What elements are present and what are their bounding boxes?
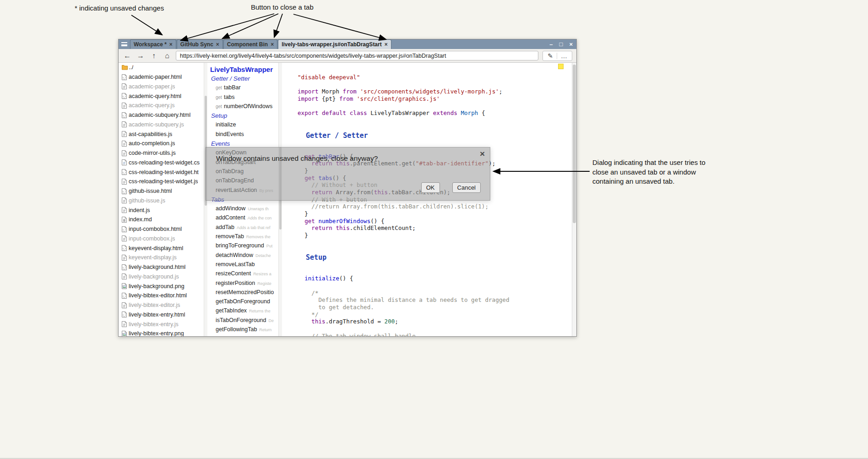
file-name: index.md (129, 216, 152, 223)
file-row[interactable]: input-combobox.js (119, 234, 204, 244)
file-row[interactable]: keyevent-display.js (119, 253, 204, 262)
titlebar-tab[interactable]: GitHub Sync× (177, 39, 223, 49)
file-row[interactable]: css-reloading-test-widget.ht (119, 167, 204, 177)
tab-close-icon[interactable]: × (216, 41, 219, 48)
navbar-tools: ✎ … (542, 51, 572, 61)
outline-item[interactable]: resetMemoziredPositio (207, 289, 278, 298)
home-button[interactable]: ⌂ (163, 52, 172, 60)
outline-item[interactable]: bindEvents (207, 131, 278, 140)
outline-item[interactable]: initialize (207, 121, 278, 131)
file-row[interactable]: academic-paper.js (119, 82, 204, 92)
outline-item[interactable]: getTabOnForeground (207, 298, 278, 307)
outline-item[interactable]: gettabs (207, 94, 278, 103)
file-row[interactable]: ast-capabilities.js (119, 129, 204, 139)
file-row[interactable]: lively-background.js (119, 272, 204, 282)
scrollbar-thumb[interactable] (573, 65, 576, 223)
cancel-button[interactable]: Cancel (452, 182, 481, 193)
tab-label: Component Bin (227, 41, 268, 48)
hamburger-menu-icon[interactable] (121, 42, 127, 46)
forward-button[interactable]: → (136, 52, 145, 60)
code-line (298, 239, 572, 246)
file-name: academic-subquery.html (129, 112, 190, 118)
file-row[interactable]: github-issue.js (119, 196, 204, 206)
tab-close-icon[interactable]: × (385, 41, 388, 48)
file-row[interactable]: lively-bibtex-entry.js (119, 319, 204, 329)
edit-pencil-icon[interactable]: ✎ (545, 52, 556, 60)
back-button[interactable]: ← (123, 52, 132, 60)
file-row[interactable]: academic-query.js (119, 101, 204, 110)
file-row[interactable]: lively-bibtex-entry.png (119, 329, 204, 336)
file-row[interactable]: lively-bibtex-entry.html (119, 310, 204, 320)
close-button[interactable]: × (569, 39, 573, 49)
dialog-close-icon[interactable]: × (480, 149, 485, 159)
file-row[interactable]: academic-subquery.html (119, 110, 204, 120)
code-line (298, 124, 572, 131)
file-row[interactable]: github-issue.html (119, 186, 204, 196)
up-button[interactable]: ↑ (149, 52, 158, 60)
file-row[interactable]: lively-bibtex-editor.js (119, 301, 204, 310)
outline-item-note: Unwraps th (248, 207, 269, 211)
file-name: lively-bibtex-entry.html (129, 311, 185, 318)
code-panel-scrollbar[interactable] (572, 63, 576, 336)
outline-item[interactable]: resizeContentResizes a (207, 270, 278, 279)
outline-heading[interactable]: Getter / Setter (207, 75, 278, 84)
file-name: input-combobox.js (129, 235, 175, 242)
titlebar[interactable]: Workspace *×GitHub Sync×Component Bin×li… (119, 39, 576, 49)
file-row[interactable]: lively-background.html (119, 262, 204, 272)
outline-heading[interactable]: Setup (207, 112, 278, 121)
outline-item[interactable]: getFollowingTabReturn (207, 326, 278, 335)
png-file-icon (122, 331, 129, 336)
file-name: lively-bibtex-editor.js (129, 302, 180, 308)
maximize-button[interactable]: □ (559, 39, 563, 49)
titlebar-tab[interactable]: Component Bin× (223, 39, 277, 49)
outline-item[interactable]: highlightUnsavedChan (207, 335, 278, 336)
code-line: } (298, 210, 572, 218)
file-row[interactable]: academic-query.html (119, 91, 204, 101)
file-row[interactable]: keyevent-display.html (119, 243, 204, 253)
file-row[interactable]: index.md (119, 215, 204, 224)
outline-item[interactable]: getTabIndexReturns the (207, 307, 278, 317)
file-row[interactable]: css-reloading-test-widget.js (119, 177, 204, 186)
outline-item[interactable]: registerPositionRegiste (207, 280, 278, 289)
outline-item-label: registerPosition (216, 280, 255, 286)
outline-item-label: addWindow (216, 205, 245, 212)
outline-item[interactable]: bringToForegroundPut (207, 242, 278, 251)
outline-item-label: addTab (216, 224, 234, 230)
file-row[interactable]: ../ (119, 63, 204, 72)
outline-item[interactable]: isTabOnForegroundDe (207, 317, 278, 326)
more-options-icon[interactable]: … (558, 52, 570, 60)
code-line: /* (298, 290, 572, 297)
outline-item[interactable]: addTabAdds a tab that ref (207, 224, 278, 233)
file-row[interactable]: indent.js (119, 205, 204, 215)
file-row[interactable]: css-reloading-test-widget.cs (119, 158, 204, 168)
file-row[interactable]: auto-completion.js (119, 139, 204, 148)
outline-item[interactable]: removeLastTab (207, 261, 278, 270)
tab-close-icon[interactable]: × (271, 41, 274, 48)
outline-item[interactable]: getnumberOfWindows (207, 103, 278, 112)
js-file-icon (122, 255, 129, 261)
outline-item-note: Returns the (249, 309, 271, 313)
file-name: input-combobox.html (129, 226, 182, 232)
file-row[interactable]: academic-subquery.js (119, 120, 204, 130)
outline-item-label: addContent (216, 214, 245, 221)
file-row[interactable]: academic-paper.html (119, 72, 204, 82)
outline-item[interactable]: gettabBar (207, 84, 278, 93)
titlebar-tab[interactable]: lively-tabs-wrapper.js#onTabDragStart× (278, 39, 391, 49)
file-row[interactable]: lively-background.png (119, 281, 204, 291)
titlebar-tab[interactable]: Workspace *× (130, 39, 176, 49)
file-name: keyevent-display.js (129, 254, 177, 261)
tab-close-icon[interactable]: × (169, 41, 173, 48)
file-name: github-issue.html (129, 188, 172, 194)
outline-item[interactable]: addContentAdds the con (207, 214, 278, 224)
ok-button[interactable]: OK (421, 182, 440, 193)
file-row[interactable]: input-combobox.html (119, 224, 204, 234)
minimize-button[interactable]: – (549, 39, 553, 49)
outline-item[interactable]: addWindowUnwraps th (207, 205, 278, 214)
file-row[interactable]: code-mirror-utils.js (119, 148, 204, 158)
code-line (298, 246, 572, 254)
url-input[interactable] (176, 51, 538, 60)
outline-item-note: Resizes a (253, 272, 271, 276)
file-row[interactable]: lively-bibtex-editor.html (119, 291, 204, 301)
outline-item[interactable]: removeTabRemoves the (207, 233, 278, 242)
outline-item[interactable]: detachWindowDetache (207, 252, 278, 261)
